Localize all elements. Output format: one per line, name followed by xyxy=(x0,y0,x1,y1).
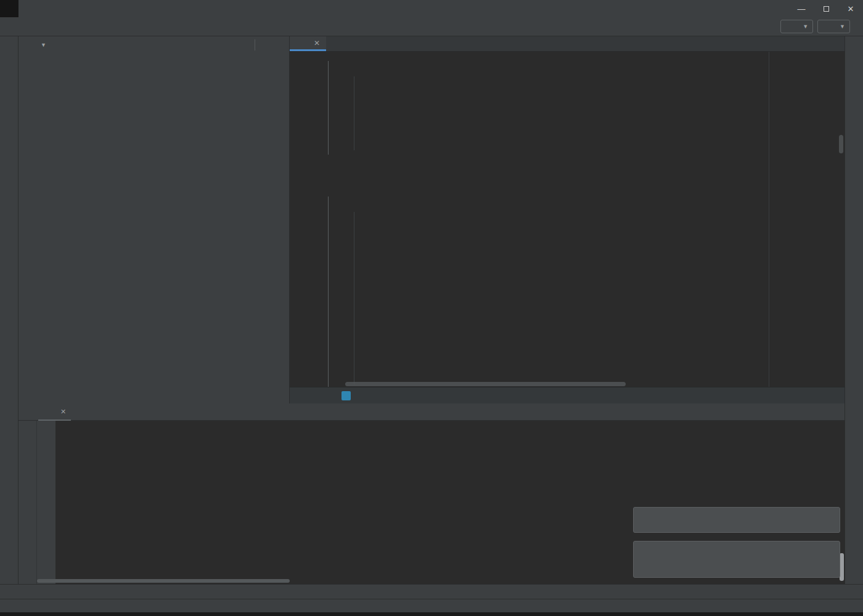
left-tool-stripe xyxy=(0,36,18,584)
run-toolbar xyxy=(18,421,55,584)
namespace-badge xyxy=(342,391,351,400)
editor: ✕ xyxy=(290,36,845,403)
right-margin-guide xyxy=(769,52,769,387)
chevron-down-icon: ▼ xyxy=(803,23,808,30)
title-bar: — ✕ xyxy=(0,0,863,17)
indent-guide xyxy=(354,212,354,384)
build-hammer-icon[interactable] xyxy=(763,20,776,33)
fold-range-line xyxy=(328,197,329,387)
editor-horizontal-scrollbar[interactable] xyxy=(345,382,626,386)
locate-file-icon[interactable] xyxy=(226,40,235,50)
android-icon xyxy=(23,40,33,50)
code-area[interactable] xyxy=(290,52,845,387)
android-icon xyxy=(43,407,53,417)
minimize-button[interactable]: — xyxy=(789,0,814,17)
project-panel: ▼ xyxy=(18,36,290,403)
toolbar-actions: ▼ ▼ xyxy=(763,20,863,33)
collapse-all-icon[interactable] xyxy=(239,40,249,50)
status-bar xyxy=(0,599,863,612)
gear-icon[interactable] xyxy=(261,40,271,50)
app-logo xyxy=(0,0,18,17)
console-vertical-scrollbar[interactable] xyxy=(840,553,844,581)
run-configuration-select[interactable]: ▼ xyxy=(780,20,813,33)
gear-icon[interactable] xyxy=(805,407,815,417)
indent-guide xyxy=(354,76,354,150)
console-horizontal-scrollbar[interactable] xyxy=(37,579,290,583)
android-studio-window: — ✕ ▼ ▼ xyxy=(0,0,863,616)
tool-window-toggle-icon[interactable] xyxy=(5,601,15,611)
right-tool-stripe xyxy=(845,36,863,584)
run-tab-instantapp[interactable]: ✕ xyxy=(38,403,71,421)
editor-vertical-scrollbar[interactable] xyxy=(839,135,843,153)
close-button[interactable]: ✕ xyxy=(838,0,863,17)
close-icon[interactable]: ✕ xyxy=(314,39,320,47)
close-icon[interactable]: ✕ xyxy=(60,408,66,416)
main-toolbar: ▼ ▼ xyxy=(0,17,863,36)
fold-range-line xyxy=(328,61,329,155)
inspections-eye-icon[interactable] xyxy=(829,55,839,65)
tool-window-bar xyxy=(0,584,863,599)
info-icon xyxy=(641,548,651,557)
notification-gradle-build[interactable] xyxy=(633,507,840,533)
hide-panel-icon[interactable] xyxy=(825,407,835,417)
notification-plugin-update[interactable] xyxy=(633,541,840,578)
chevron-down-icon: ▼ xyxy=(840,23,845,30)
chevron-down-icon[interactable]: ▼ xyxy=(41,42,46,48)
editor-breadcrumb-bar xyxy=(290,387,845,403)
cpp-file-icon xyxy=(296,38,306,48)
editor-tab-jsb-global[interactable]: ✕ xyxy=(290,36,326,51)
maximize-button[interactable] xyxy=(814,0,838,17)
project-panel-header: ▼ xyxy=(18,36,289,54)
hide-panel-icon[interactable] xyxy=(274,40,284,50)
run-panel-header: ✕ xyxy=(18,403,845,421)
device-select[interactable]: ▼ xyxy=(817,20,850,33)
info-icon xyxy=(641,515,651,525)
android-icon xyxy=(785,22,795,31)
project-tree xyxy=(18,54,289,55)
phone-icon xyxy=(822,22,832,31)
editor-tab-bar: ✕ xyxy=(290,36,845,52)
window-controls: — ✕ xyxy=(789,0,863,17)
